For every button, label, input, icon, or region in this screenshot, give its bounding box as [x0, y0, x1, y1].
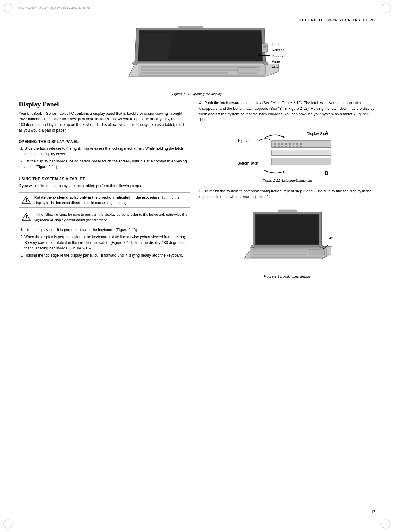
page-header-title: Getting to Know Your Tablet PC: [299, 18, 375, 22]
svg-text:!: !: [25, 198, 27, 203]
fig13-svg: 90°: [237, 206, 337, 274]
list-item: Lift the display backwards, being carefu…: [24, 158, 190, 170]
svg-text:!: !: [25, 215, 27, 220]
svg-text:Display Side: Display Side: [307, 132, 328, 136]
latch-callout: Latch Release Display Panel Latch: [258, 42, 284, 69]
using-title: USING THE SYSTEM AS A TABLET: [19, 177, 190, 181]
fig11-caption: Figure 2-11. Opening the display: [19, 92, 375, 96]
step4-text: 4. Push the latch towards the display (S…: [199, 100, 375, 123]
svg-rect-62: [309, 249, 325, 255]
warning-bold-1: Rotate the system display only in the di…: [34, 196, 161, 199]
corner-mark-bl: [2, 518, 14, 530]
opening-steps-list: Slide the latch release to the right. Th…: [24, 146, 190, 171]
latch-svg: A B Top latch: [234, 129, 340, 179]
svg-marker-20: [139, 33, 172, 61]
warning-icon-1: !: [21, 195, 31, 204]
svg-point-49: [296, 146, 298, 148]
footer-bar: 17: [19, 510, 375, 515]
svg-point-44: [278, 146, 280, 148]
svg-text:90°: 90°: [329, 236, 334, 240]
using-steps-list: Lift the display until it is perpendicul…: [24, 227, 190, 260]
display-panel-latch-label: Display: [272, 54, 283, 59]
svg-point-45: [281, 146, 283, 148]
corner-mark-tl: [2, 2, 14, 14]
fig13-area: 90° Figure 2-13. Fully open display: [199, 206, 375, 283]
svg-rect-16: [141, 72, 228, 74]
list-item: Slide the latch release to the right. Th…: [24, 146, 190, 157]
warning-icon-2: !: [21, 212, 31, 221]
latch-diagram: A B Top latch: [199, 129, 375, 187]
section-title: Display Panel: [19, 100, 190, 108]
svg-point-46: [285, 146, 287, 148]
svg-text:Top latch: Top latch: [237, 138, 252, 143]
svg-point-38: [285, 143, 287, 145]
svg-point-40: [293, 143, 294, 145]
svg-point-48: [293, 146, 294, 148]
book-header: T Series.book Page 17 Thursday, July 31,…: [19, 6, 90, 9]
corner-mark-br: [380, 518, 392, 530]
svg-point-39: [289, 143, 291, 145]
page-number: 17: [372, 510, 375, 514]
header-bar: Getting to Know Your Tablet PC: [19, 17, 375, 22]
section-body: Your LifeBook T Series Tablet PC contain…: [19, 111, 190, 133]
svg-rect-65: [278, 210, 297, 212]
svg-point-50: [300, 146, 302, 148]
left-column: Display Panel Your LifeBook T Series Tab…: [19, 100, 190, 509]
latch-release-label: Latch: [272, 42, 284, 47]
corner-mark-tr: [380, 2, 392, 14]
svg-point-43: [274, 146, 276, 148]
list-item: When the display is perpendicular to the…: [24, 234, 190, 251]
list-item: Lift the display until it is perpendicul…: [24, 227, 190, 233]
svg-point-35: [274, 143, 276, 145]
svg-text:Bottom latch: Bottom latch: [237, 161, 258, 166]
svg-rect-52: [272, 158, 331, 165]
svg-rect-25: [178, 26, 203, 28]
figure-11-area: Latch Release Display Panel Latch: [19, 23, 375, 92]
warning-text-1: Rotate the system display only in the di…: [34, 195, 187, 205]
svg-point-66: [251, 245, 255, 248]
svg-point-42: [300, 143, 302, 145]
using-intro: If you would like to use the system as a…: [19, 183, 190, 189]
two-column-layout: Display Panel Your LifeBook T Series Tab…: [19, 100, 375, 509]
svg-point-47: [289, 146, 291, 148]
warning-box-2: ! In the following step, be sure to posi…: [19, 210, 190, 225]
svg-point-36: [278, 143, 280, 145]
main-content: Latch Release Display Panel Latch Figure…: [19, 23, 375, 509]
svg-text:B: B: [325, 171, 328, 176]
svg-point-41: [296, 143, 298, 145]
svg-rect-51: [272, 150, 331, 156]
svg-point-21: [132, 62, 137, 65]
warning-box-1: ! Rotate the system display only in the …: [19, 192, 190, 208]
svg-point-37: [281, 143, 283, 145]
opening-title: OPENING THE DISPLAY PANEL: [19, 139, 190, 144]
warning-text-2: In the following step, be sure to positi…: [34, 212, 187, 222]
svg-rect-64: [255, 214, 319, 245]
fig12-caption: Figure 2-12. Latching/Unlatching: [262, 179, 312, 182]
svg-rect-17: [238, 68, 258, 73]
list-item: Holding the top edge of the display pane…: [24, 253, 190, 258]
svg-rect-61: [253, 254, 306, 255]
step5-text: 5. To return the system to notebook conf…: [199, 188, 375, 200]
right-column: 4. Push the latch towards the display (S…: [199, 100, 375, 509]
fig13-caption: Figure 2-13. Fully open display: [264, 274, 311, 278]
